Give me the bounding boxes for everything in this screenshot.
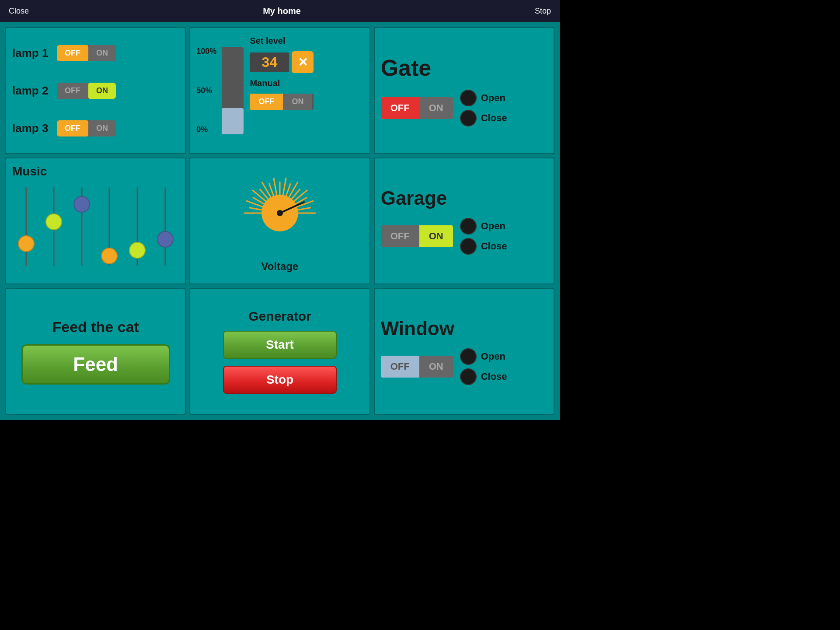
page-title: My home [263,6,301,16]
garage-on-button[interactable]: ON [419,225,453,247]
feed-title: Feed the cat [52,318,139,336]
voltage-label: Voltage [261,260,299,273]
stop-button[interactable]: Stop [535,7,551,16]
window-on-button[interactable]: ON [419,356,453,378]
garage-toggle[interactable]: OFF ON [381,225,453,247]
window-close-label: Close [481,371,507,382]
slider-1-knob[interactable] [18,235,35,252]
window-controls: OFF ON Open Close [381,348,547,385]
generator-panel: Generator Start Stop [189,288,370,415]
gate-open-label: Open [481,92,505,104]
gate-close-row: Close [460,110,507,126]
generator-start-button[interactable]: Start [223,331,337,359]
garage-close-indicator [460,238,477,255]
dimmer-controls: Set level ✕ Manual OFF ON [250,34,314,147]
garage-open-indicator [460,218,477,234]
manual-on-button[interactable]: ON [283,94,312,110]
garage-open-label: Open [481,220,505,232]
topbar: Close My home Stop [0,0,560,22]
gate-open-indicator [460,90,477,106]
window-title: Window [381,318,547,340]
window-off-button[interactable]: OFF [381,356,419,378]
lamp2-label: lamp 2 [12,84,52,98]
slider-3-container [73,183,91,270]
gate-controls: OFF ON Open Close [381,90,547,126]
slider-6-track [164,187,166,266]
dimmer-bar[interactable] [222,47,244,134]
voltage-gauge [236,169,324,257]
slider-2-knob[interactable] [45,214,62,230]
feed-button[interactable]: Feed [21,344,170,385]
lamps-panel: lamp 1 OFF ON lamp 2 OFF ON lamp 3 OFF O… [5,27,186,154]
manual-label: Manual [250,78,314,88]
lamp2-off-button[interactable]: OFF [57,83,88,99]
window-close-row: Close [460,368,507,385]
dimmer-fill [222,108,244,134]
lamp2-on-button[interactable]: ON [88,83,116,99]
gate-toggle[interactable]: OFF ON [381,97,453,119]
garage-close-row: Close [460,238,507,255]
gate-open-row: Open [460,90,507,106]
garage-panel: Garage OFF ON Open Close [374,158,554,284]
window-open-indicator [460,348,477,365]
window-panel: Window OFF ON Open Close [374,288,554,415]
garage-controls: OFF ON Open Close [381,218,547,255]
lamp2-row: lamp 2 OFF ON [12,83,179,99]
music-title: Music [12,164,179,178]
slider-2-container [45,183,63,270]
dimmer-bar-section: 100% 50% 0% [196,34,244,147]
lamp3-toggle[interactable]: OFF ON [57,120,116,136]
lamp3-on-button[interactable]: ON [88,120,116,136]
gate-on-button[interactable]: ON [419,97,453,119]
lamp3-row: lamp 3 OFF ON [12,120,179,136]
dimmer-100: 100% [196,47,216,56]
gate-close-indicator [460,110,477,126]
slider-5-container [129,183,146,270]
garage-off-button[interactable]: OFF [381,225,419,247]
slider-4-knob[interactable] [101,248,118,264]
close-button[interactable]: Close [9,7,29,16]
window-open-label: Open [481,351,505,362]
lamp2-toggle[interactable]: OFF ON [57,83,116,99]
garage-open-row: Open [460,218,507,234]
lamp1-off-button[interactable]: OFF [57,45,88,61]
gauge-center [277,210,283,216]
gate-off-button[interactable]: OFF [381,97,419,119]
lamp1-label: lamp 1 [12,46,52,60]
dimmer-0: 0% [196,125,216,134]
garage-indicators: Open Close [460,218,507,255]
lamp3-off-button[interactable]: OFF [57,120,88,136]
lamp3-label: lamp 3 [12,122,52,135]
garage-title: Garage [381,187,547,209]
feed-panel: Feed the cat Feed [5,288,186,415]
set-level-clear-button[interactable]: ✕ [292,51,314,73]
window-open-row: Open [460,348,507,365]
generator-stop-button[interactable]: Stop [223,366,337,394]
set-level-label: Set level [250,36,314,46]
slider-6-knob[interactable] [157,231,174,248]
gate-indicators: Open Close [460,90,507,126]
window-toggle[interactable]: OFF ON [381,356,453,378]
manual-off-button[interactable]: OFF [250,94,283,110]
dimmer-labels: 100% 50% 0% [196,47,219,134]
generator-title: Generator [248,309,311,324]
slider-6-container [157,183,174,270]
gate-panel: Gate OFF ON Open Close [374,27,554,154]
slider-4-container [101,183,118,270]
slider-1-container [17,183,35,270]
window-close-indicator [460,368,477,385]
lamp1-on-button[interactable]: ON [88,45,116,61]
voltage-panel: Voltage [189,158,370,284]
window-indicators: Open Close [460,348,507,385]
slider-5-knob[interactable] [129,242,146,259]
dimmer-panel: 100% 50% 0% Set level ✕ Manual OFF ON [189,27,370,154]
lamp1-row: lamp 1 OFF ON [12,45,179,61]
gate-close-label: Close [481,112,507,124]
slider-3-knob[interactable] [73,196,90,213]
lamp1-toggle[interactable]: OFF ON [57,45,116,61]
music-panel: Music [5,158,186,284]
set-level-input-row: ✕ [250,51,314,73]
manual-toggle[interactable]: OFF ON [250,94,314,110]
set-level-input[interactable] [250,52,289,72]
voltage-svg [236,169,324,257]
